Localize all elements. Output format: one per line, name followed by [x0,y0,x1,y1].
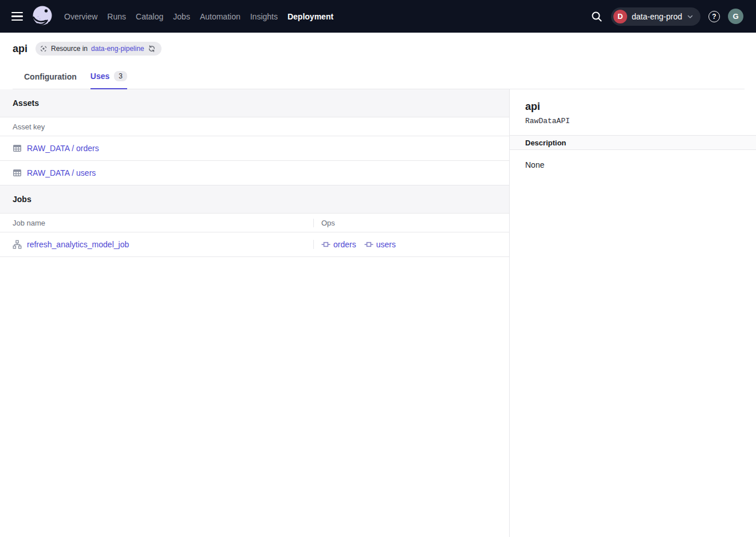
table-icon [13,168,22,177]
sidebar-resource-title: api [525,101,742,113]
tab-configuration[interactable]: Configuration [24,72,77,89]
op-link[interactable]: users [376,240,396,249]
nav-item-automation[interactable]: Automation [200,12,241,21]
asset-key-column-header: Asset key [0,123,45,131]
jobs-section-header: Jobs [0,185,509,214]
octopus-logo-icon [31,4,54,29]
assets-section-title: Assets [13,98,39,108]
tab-uses[interactable]: Uses 3 [90,71,127,89]
description-label: Description [525,139,566,147]
jobs-section-title: Jobs [13,195,32,204]
nav-item-runs[interactable]: Runs [107,12,126,21]
tab-uses-label: Uses [90,72,109,81]
help-icon[interactable]: ? [708,11,720,22]
op-node-icon [364,240,373,249]
asset-link[interactable]: RAW_DATA / orders [27,144,99,153]
tab-bar: Configuration Uses 3 [13,66,745,89]
nav-item-catalog[interactable]: Catalog [136,12,163,21]
asset-link[interactable]: RAW_DATA / users [27,168,96,177]
job-sitemap-icon [13,240,22,249]
description-section-header: Description [510,135,756,150]
nav-right-controls: D data-eng-prod ? G [590,7,743,26]
table-row: RAW_DATA / orders [0,136,509,161]
assets-section-header: Assets [0,89,509,117]
uses-count-badge: 3 [114,71,127,81]
sidebar-resource-type: RawDataAPI [525,117,742,125]
page-header: api Resource in data-eng-pipeline Config… [0,33,756,89]
op-chip: users [364,240,396,249]
uses-panel: Assets Asset key RAW_DATA / orders [0,89,510,537]
tab-configuration-label: Configuration [24,72,77,81]
op-node-icon [321,240,330,249]
resource-icon [40,45,48,53]
job-link[interactable]: refresh_analytics_model_job [27,240,129,249]
ops-column-header: Ops [313,219,509,227]
description-value: None [510,150,756,169]
table-row: RAW_DATA / users [0,161,509,185]
deployment-initial-badge: D [613,10,627,23]
assets-column-header-row: Asset key [0,117,509,136]
nav-item-overview[interactable]: Overview [64,12,97,21]
table-row: refresh_analytics_model_job orders [0,232,509,257]
hamburger-menu-icon[interactable] [11,12,23,21]
nav-item-insights[interactable]: Insights [250,12,278,21]
resource-badge-text: Resource in [51,45,88,53]
dagster-logo[interactable] [31,4,54,29]
deployment-switcher[interactable]: D data-eng-prod [611,7,700,26]
reload-icon[interactable] [148,45,156,53]
op-link[interactable]: orders [333,240,356,249]
code-location-link[interactable]: data-eng-pipeline [91,45,144,53]
page-title: api [13,43,27,55]
op-chip: orders [321,240,356,249]
top-nav: Overview Runs Catalog Jobs Automation In… [0,0,756,33]
resource-context-badge: Resource in data-eng-pipeline [36,42,162,56]
job-name-column-header: Job name [0,219,313,227]
primary-nav-links: Overview Runs Catalog Jobs Automation In… [64,12,333,21]
jobs-column-header-row: Job name Ops [0,214,509,232]
deployment-switcher-label: data-eng-prod [632,12,682,21]
nav-item-deployment[interactable]: Deployment [288,12,333,21]
search-icon[interactable] [590,10,603,23]
table-icon [13,144,22,153]
resource-detail-sidebar: api RawDataAPI Description None [510,89,756,537]
nav-item-jobs[interactable]: Jobs [173,12,190,21]
chevron-down-icon [687,13,694,20]
user-avatar[interactable]: G [728,9,743,24]
